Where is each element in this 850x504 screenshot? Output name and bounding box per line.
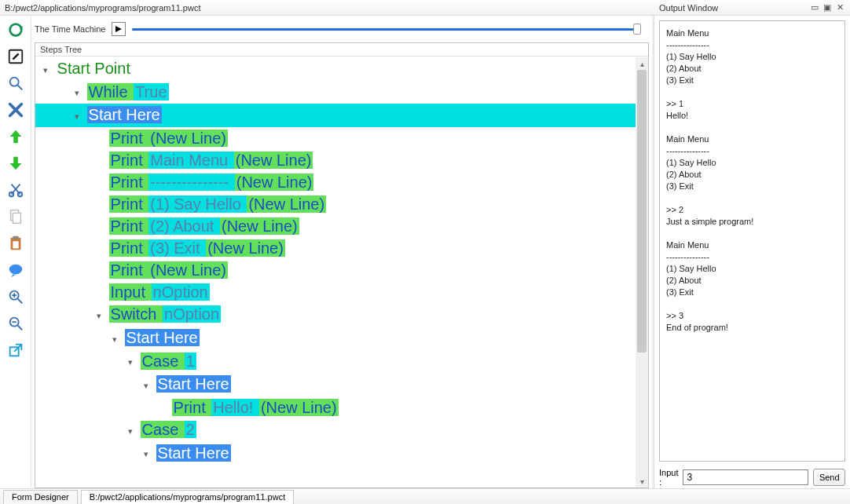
node-print-dashes[interactable]: Print --------------- (New Line)	[35, 171, 636, 193]
slider-track	[132, 28, 641, 31]
svg-point-11	[9, 265, 22, 275]
svg-rect-10	[13, 241, 18, 248]
input-row: Input : Send	[654, 466, 850, 488]
node-case-2-starthere[interactable]: ▾ Start Here	[35, 442, 636, 466]
node-print-opt1[interactable]: Print (1) Say Hello (New Line)	[35, 193, 636, 215]
node-switch-starthere[interactable]: ▾ Start Here	[35, 327, 636, 350]
tab-file[interactable]: B:/pwct2/applications/myprograms/program…	[81, 490, 294, 504]
expander-icon[interactable]: ▾	[111, 328, 119, 350]
tab-form-designer[interactable]: Form Designer	[3, 490, 78, 504]
minimize-icon[interactable]: ▭	[809, 2, 820, 13]
input-label: Input :	[659, 468, 678, 487]
svg-line-3	[17, 86, 22, 90]
close-icon[interactable]: ✕	[834, 2, 845, 13]
node-print-hello[interactable]: Print Hello! (New Line)	[35, 396, 636, 418]
time-machine-label: The Time Machine	[35, 24, 105, 34]
svg-line-13	[17, 299, 22, 304]
paste-icon[interactable]	[5, 232, 27, 254]
node-case-2[interactable]: ▾ Case 2	[35, 418, 636, 442]
play-button[interactable]	[112, 22, 126, 36]
arrow-down-icon[interactable]	[5, 152, 27, 174]
steps-tree-panel: Steps Tree ▾ Start Point ▾ While True ▾ …	[35, 42, 649, 488]
svg-rect-9	[13, 236, 18, 239]
vertical-scrollbar[interactable]: ▴ ▾	[636, 57, 648, 488]
zoom-in-icon[interactable]	[5, 286, 27, 308]
node-while[interactable]: ▾ While True	[35, 81, 636, 104]
zoom-out-icon[interactable]	[5, 312, 27, 334]
copy-icon[interactable]	[5, 206, 27, 228]
slider-thumb[interactable]	[633, 24, 641, 35]
input-field[interactable]	[683, 469, 808, 485]
expander-icon[interactable]: ▾	[95, 305, 103, 327]
scroll-down-icon[interactable]: ▾	[636, 475, 648, 488]
node-case-1-starthere[interactable]: ▾ Start Here	[35, 373, 636, 396]
center-area: The Time Machine Steps Tree ▾ Start Poin…	[31, 16, 652, 488]
cut-icon[interactable]	[5, 179, 27, 201]
comment-icon[interactable]	[5, 259, 27, 281]
output-title: Output Window	[659, 3, 718, 13]
expander-icon[interactable]: ▾	[126, 351, 134, 373]
time-slider[interactable]	[132, 24, 641, 35]
expander-icon[interactable]: ▾	[142, 374, 150, 396]
arrow-up-icon[interactable]	[5, 126, 27, 148]
node-input[interactable]: Input nOption	[35, 281, 636, 303]
node-print-blank-1[interactable]: Print (New Line)	[35, 127, 636, 149]
cancel-icon[interactable]	[5, 99, 27, 121]
edit-icon[interactable]	[5, 46, 27, 68]
node-case-1[interactable]: ▾ Case 1	[35, 350, 636, 374]
expander-icon[interactable]: ▾	[73, 82, 81, 104]
footer: Form Designer B:/pwct2/applications/mypr…	[0, 488, 850, 504]
svg-point-2	[9, 78, 18, 86]
svg-point-0	[9, 24, 21, 36]
node-print-opt3[interactable]: Print (3) Exit (New Line)	[35, 237, 636, 259]
scroll-up-icon[interactable]: ▴	[636, 57, 648, 70]
send-button[interactable]: Send	[813, 469, 845, 486]
title-text: B:/pwct2/applications/myprograms/program…	[5, 3, 200, 13]
expander-icon[interactable]: ▾	[73, 105, 81, 127]
scroll-thumb[interactable]	[637, 70, 647, 352]
node-start-point[interactable]: ▾ Start Point	[35, 57, 636, 81]
expander-icon[interactable]: ▾	[126, 420, 134, 442]
node-print-mainmenu[interactable]: Print Main Menu (New Line)	[35, 149, 636, 171]
popout-icon[interactable]	[5, 339, 27, 361]
tree-header: Steps Tree	[35, 43, 648, 57]
svg-rect-7	[13, 213, 20, 223]
node-print-opt2[interactable]: Print (2) About (New Line)	[35, 215, 636, 237]
output-text: Main Menu --------------- (1) Say Hello …	[659, 20, 845, 462]
output-titlebar: Output Window ▭ ▣ ✕	[654, 0, 850, 16]
time-machine-row: The Time Machine	[35, 17, 649, 41]
svg-line-17	[17, 326, 22, 331]
node-switch[interactable]: ▾ Switch nOption	[35, 303, 636, 327]
expander-icon[interactable]: ▾	[142, 443, 150, 465]
node-print-blank-2[interactable]: Print (New Line)	[35, 259, 636, 281]
tree-body[interactable]: ▾ Start Point ▾ While True ▾ Start Here …	[35, 57, 636, 488]
zoom-icon[interactable]	[5, 72, 27, 94]
left-toolbar	[0, 16, 31, 488]
output-panel: Output Window ▭ ▣ ✕ Main Menu ----------…	[654, 16, 850, 488]
maximize-icon[interactable]: ▣	[822, 2, 833, 13]
expander-icon[interactable]: ▾	[42, 59, 49, 81]
node-start-here-selected[interactable]: ▾ Start Here	[35, 104, 636, 127]
refresh-icon[interactable]	[5, 19, 27, 41]
